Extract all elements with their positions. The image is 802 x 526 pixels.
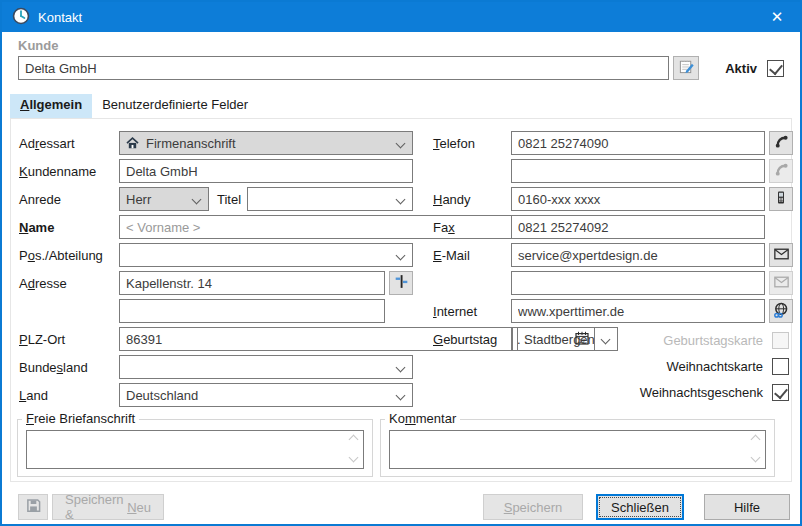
send-mail-button[interactable]: [769, 243, 793, 267]
textarea-scrollbar[interactable]: [749, 436, 761, 463]
adressart-value: Firmenanschrift: [146, 136, 236, 151]
titel-select[interactable]: [247, 187, 413, 211]
adresse2-input[interactable]: [119, 299, 385, 323]
geburtstag-label: Geburtstag: [433, 332, 511, 347]
geburtstagskarte-label: Geburtstagskarte: [663, 333, 763, 348]
fax-label: Fax: [433, 220, 511, 235]
open-website-button[interactable]: [769, 299, 793, 323]
kommentar-group: Kommentar: [380, 419, 775, 477]
scroll-up-icon[interactable]: [348, 435, 358, 445]
email-label: E-Mail: [433, 248, 511, 263]
edit-note-icon: [678, 58, 695, 78]
clock-app-icon: [12, 7, 30, 28]
mobile-phone-icon: [774, 190, 788, 208]
kommentar-textarea[interactable]: [389, 430, 766, 469]
handy-label: Handy: [433, 192, 511, 207]
titlebar: Kontakt ✕: [2, 2, 800, 32]
street-sign-icon: [394, 274, 409, 292]
weihnachtskarte-checkbox[interactable]: [772, 358, 789, 375]
scroll-down-icon[interactable]: [750, 453, 760, 463]
geburtstag-value: . .: [517, 332, 528, 347]
adresse-input[interactable]: [119, 271, 385, 295]
scroll-up-icon[interactable]: [750, 435, 760, 445]
send-mail-button-disabled: [769, 271, 793, 295]
internet-label: Internet: [433, 304, 511, 319]
floppy-disk-icon: [26, 498, 41, 516]
button-bar: Speichern & Neu Speichern Schließen Hilf…: [18, 494, 790, 520]
call-button[interactable]: [769, 131, 793, 155]
kundenname-input[interactable]: [119, 159, 413, 183]
kunde-label: Kunde: [18, 38, 784, 54]
chevron-down-icon: [192, 195, 202, 205]
card-options-group: Geburtstagskarte Weihnachtskarte Weihnac…: [559, 327, 789, 405]
tab-benutzerdefinierte-felder[interactable]: Benutzerdefinierte Felder: [92, 94, 258, 118]
mail-icon: [774, 248, 789, 263]
mail-icon: [774, 276, 789, 291]
geburtstagskarte-checkbox: [772, 332, 789, 349]
chevron-down-icon: [396, 195, 406, 205]
handy-input[interactable]: [511, 187, 765, 211]
weihnachtsgeschenk-label: Weihnachtsgeschenk: [640, 385, 763, 400]
telefon1-input[interactable]: [511, 131, 765, 155]
kunde-section: Kunde Aktiv: [2, 38, 800, 80]
tab-allgemein[interactable]: Allgemein: [10, 94, 92, 118]
tab-strip: Allgemein Benutzerdefinierte Felder: [10, 94, 792, 118]
briefanschrift-textarea[interactable]: [26, 430, 364, 469]
scroll-down-icon[interactable]: [348, 453, 358, 463]
tab-panel-allgemein: Adressart Firmenanschrift Kundenname Anr…: [10, 118, 792, 482]
aktiv-label: Aktiv: [725, 61, 757, 76]
kontakt-dialog: Kontakt ✕ Kunde Aktiv Allgemein Benutzer…: [0, 0, 802, 526]
phone-icon: [774, 134, 789, 152]
geburtstagskarte-row: Geburtstagskarte: [559, 327, 789, 353]
adresse-label: Adresse: [19, 276, 119, 291]
save-icon-button: [18, 494, 48, 520]
chevron-down-icon: [396, 363, 406, 373]
plz-ort-label: PLZ-Ort: [19, 332, 119, 347]
globe-link-icon: [773, 302, 789, 321]
pos-abteilung-label: Pos./Abteilung: [19, 248, 119, 263]
aktiv-checkbox[interactable]: [767, 60, 784, 77]
kundenname-label: Kundenname: [19, 164, 119, 179]
chevron-down-icon: [396, 139, 406, 149]
bundesland-select[interactable]: [119, 355, 413, 379]
phone-icon: [774, 162, 789, 180]
speichern-button: Speichern: [483, 494, 583, 520]
adressart-label: Adressart: [19, 136, 119, 151]
land-label: Land: [19, 388, 119, 403]
adressart-select[interactable]: Firmenanschrift: [119, 131, 413, 155]
briefanschrift-group: Freie Briefanschrift: [17, 419, 373, 477]
schliessen-button[interactable]: Schließen: [596, 494, 684, 520]
briefanschrift-label: Freie Briefanschrift: [22, 411, 139, 426]
bundesland-label: Bundesland: [19, 360, 119, 375]
internet-input[interactable]: [511, 299, 765, 323]
weihnachtsgeschenk-checkbox[interactable]: [772, 384, 789, 401]
telefon-label: Telefon: [433, 136, 511, 151]
call-button-disabled: [769, 159, 793, 183]
land-select[interactable]: Deutschland: [119, 383, 413, 407]
chevron-down-icon: [396, 391, 406, 401]
land-value: Deutschland: [126, 388, 198, 403]
email2-input[interactable]: [511, 271, 765, 295]
fax-input[interactable]: [511, 215, 765, 239]
kommentar-label: Kommentar: [385, 411, 460, 426]
anrede-label: Anrede: [19, 192, 119, 207]
weihnachtskarte-row: Weihnachtskarte: [559, 353, 789, 379]
weihnachtskarte-label: Weihnachtskarte: [666, 359, 763, 374]
titel-label: Titel: [217, 192, 241, 207]
textarea-scrollbar[interactable]: [347, 436, 359, 463]
hilfe-button[interactable]: Hilfe: [704, 494, 790, 520]
email1-input[interactable]: [511, 243, 765, 267]
edit-contact-button[interactable]: [673, 56, 699, 80]
close-icon: ✕: [771, 8, 784, 26]
pos-abteilung-select[interactable]: [119, 243, 413, 267]
anrede-value: Herr: [126, 192, 151, 207]
kunde-input[interactable]: [18, 56, 669, 80]
house-icon: [126, 137, 139, 149]
close-button[interactable]: ✕: [754, 2, 800, 32]
call-mobile-button[interactable]: [769, 187, 793, 211]
adresse-map-button[interactable]: [389, 271, 413, 295]
chevron-down-icon: [396, 251, 406, 261]
telefon2-input[interactable]: [511, 159, 765, 183]
weihnachtsgeschenk-row: Weihnachtsgeschenk: [559, 379, 789, 405]
anrede-select[interactable]: Herr: [119, 187, 209, 211]
